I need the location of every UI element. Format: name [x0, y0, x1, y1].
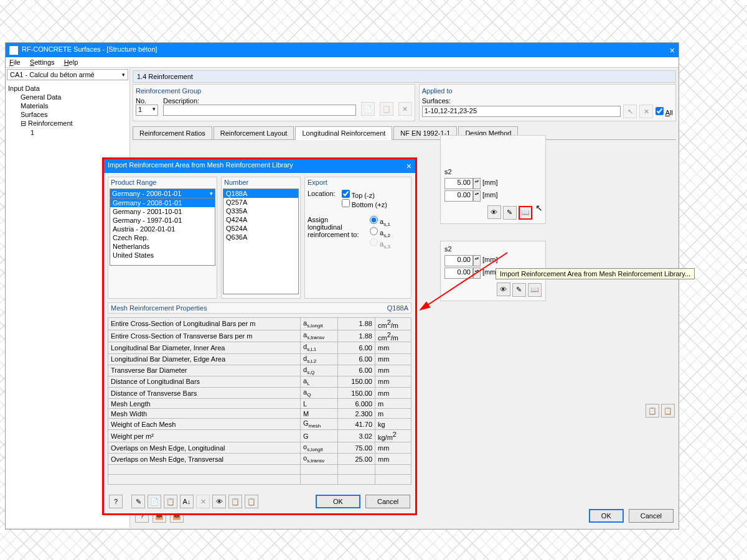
chevron-down-icon: ▾ [122, 72, 125, 78]
calculation-dropdown[interactable]: CA1 - Calcul du béton armé▾ [7, 69, 128, 80]
list-item[interactable]: Q257A [223, 198, 298, 207]
menu-settings[interactable]: Settings [30, 58, 55, 66]
table-row: Weight of Each MeshGmesh41.70kg [108, 419, 411, 430]
copy-icon[interactable]: 📋 [164, 495, 177, 508]
copy-all-icon[interactable]: 📋 [646, 404, 659, 418]
help-icon[interactable]: ? [109, 495, 123, 508]
product-range-panel: Product Range Germany - 2008-01-01▾ Germ… [108, 177, 217, 299]
table-row: Overlaps on Mesh Edge, Transversalos,tra… [108, 454, 411, 465]
unit-mm: [mm] [482, 179, 497, 186]
edit-icon[interactable]: ✎ [131, 495, 145, 508]
spin-buttons-icon[interactable]: ▴▾ [473, 178, 481, 189]
list-item[interactable]: Germany - 2008-01-01 [110, 198, 215, 207]
delete-icon: ✕ [196, 495, 210, 508]
top-checkbox[interactable]: Top (-z) [342, 192, 375, 199]
nav-tree: Input Data General Data Materials Surfac… [6, 82, 129, 139]
eye-icon[interactable]: 👁 [487, 205, 501, 219]
edit-icon[interactable]: ✎ [512, 283, 526, 297]
as2-radio[interactable]: as,2 [370, 229, 390, 236]
no-label: No. [136, 97, 158, 105]
section-header: 1.4 Reinforcement [133, 70, 676, 83]
applied-title: Applied to [422, 87, 673, 95]
clear-icon: ✕ [639, 105, 653, 118]
edit-icon[interactable]: ✎ [503, 206, 517, 220]
sort-icon[interactable]: A↓ [180, 495, 194, 508]
applied-to-box: Applied to Surfaces: 1-10,12-21,23-25 ↖ … [419, 84, 676, 121]
close-icon[interactable]: × [670, 45, 675, 55]
list-item[interactable]: Czech Rep. [110, 233, 215, 242]
list-item[interactable]: Germany - 2001-10-01 [110, 207, 215, 216]
tab-ratios[interactable]: Reinforcement Ratios [133, 126, 212, 139]
bottom-checkbox[interactable]: Bottom (+z) [342, 201, 387, 208]
product-range-title: Product Range [108, 177, 217, 187]
product-range-combo[interactable]: Germany - 2008-01-01▾ [110, 189, 215, 198]
list-item[interactable]: Q524A [223, 224, 298, 233]
list-item[interactable]: Austria - 2002-01-01 [110, 225, 215, 233]
no-dropdown[interactable]: 1▾ [136, 105, 158, 116]
tab-longitudinal[interactable]: Longitudinal Reinforcement [295, 126, 392, 140]
list-item[interactable]: Q335A [223, 207, 298, 215]
tree-surfaces[interactable]: Surfaces [8, 110, 127, 119]
copy-data-icon[interactable]: 📋 [228, 495, 242, 508]
main-cancel-button[interactable]: Cancel [629, 509, 674, 523]
menu-file[interactable]: File [9, 58, 21, 66]
dialog-title-bar[interactable]: Import Reinforcement Area from Mesh Rein… [104, 159, 415, 173]
tree-general-data[interactable]: General Data [8, 93, 127, 101]
list-item[interactable]: Q424A [223, 215, 298, 224]
unit-mm: [mm] [482, 191, 497, 198]
new-icon[interactable]: 📄 [148, 495, 161, 508]
as1-radio[interactable]: as,1 [370, 218, 390, 225]
annotation-arrow [414, 249, 514, 317]
list-item[interactable]: Q636A [223, 233, 298, 241]
list-item[interactable]: Q188A [223, 189, 298, 198]
surfaces-input[interactable]: 1-10,12-21,23-25 [422, 106, 621, 117]
window-title: RF-CONCRETE Surfaces - [Structure béton] [22, 45, 157, 53]
title-bar[interactable]: RF-CONCRETE Surfaces - [Structure béton]… [6, 43, 679, 57]
chevron-down-icon: ▾ [210, 190, 213, 197]
table-row: Overlaps on Mesh Edge, Longitudinalos,lo… [108, 442, 411, 454]
tab-layout[interactable]: Reinforcement Layout [214, 126, 294, 139]
paste-all-icon[interactable]: 📋 [661, 404, 675, 418]
table-row: Entire Cross-Section of Transverse Bars … [108, 330, 411, 342]
delete-icon: ✕ [398, 102, 412, 116]
calc-dropdown-text: CA1 - Calcul du béton armé [10, 71, 95, 78]
list-item[interactable]: Germany - 1997-01-01 [110, 216, 215, 225]
library-icon[interactable]: 📖 [519, 206, 532, 220]
main-ok-button[interactable]: OK [589, 509, 624, 523]
dialog-title: Import Reinforcement Area from Mesh Rein… [108, 161, 293, 171]
paste-data-icon[interactable]: 📋 [245, 495, 258, 508]
eye-icon[interactable]: 👁 [212, 495, 226, 508]
tab-row: Reinforcement Ratios Reinforcement Layou… [133, 126, 676, 140]
table-row: Transverse Bar Diameterds,Q6.00mm [108, 365, 411, 376]
spin-buttons-icon[interactable]: ▴▾ [473, 190, 481, 202]
assign-label: Assign longitudinal reinforcement to: [308, 216, 364, 250]
table-row: Entire Cross-Section of Longitudinal Bar… [108, 318, 411, 330]
library-icon[interactable]: 📖 [528, 283, 542, 297]
location-label: Location: [308, 190, 336, 208]
list-item[interactable]: United States [110, 251, 215, 259]
dialog-cancel-button[interactable]: Cancel [365, 495, 410, 508]
table-row: Longitudinal Bar Diameter, Inner Areads,… [108, 342, 411, 353]
list-item[interactable]: Netherlands [110, 242, 215, 251]
number-title: Number [222, 177, 300, 187]
table-row: Weight per m²G3.02kg/m2 [108, 430, 411, 442]
menu-help[interactable]: Help [64, 58, 78, 66]
table-row: Mesh LengthL6.000m [108, 399, 411, 409]
table-row: Distance of Longitudinal BarsaL150.00mm [108, 376, 411, 387]
product-range-list[interactable]: Germany - 2008-01-01 Germany - 2001-10-0… [110, 198, 215, 266]
export-panel: Export Location: Top (-z) Bottom (+z) As… [304, 177, 411, 299]
spinner-1[interactable]: 5.00 [444, 178, 473, 189]
all-checkbox[interactable]: All [655, 107, 673, 116]
dialog-close-icon[interactable]: × [406, 161, 411, 171]
tree-reinforcement-1[interactable]: 1 [8, 128, 127, 137]
tree-root[interactable]: Input Data [8, 84, 127, 93]
copy-icon: 📋 [380, 102, 393, 116]
description-input[interactable] [163, 105, 356, 116]
dialog-ok-button[interactable]: OK [316, 495, 360, 508]
tree-reinforcement[interactable]: ⊟ Reinforcement [8, 119, 127, 128]
number-list[interactable]: Q188A Q257A Q335A Q424A Q524A Q636A [223, 189, 299, 294]
spinner-2[interactable]: 0.00 [444, 190, 473, 202]
tree-materials[interactable]: Materials [8, 101, 127, 110]
desc-label: Description: [163, 97, 356, 105]
props-title: Mesh Reinforcement Properties [111, 304, 207, 312]
